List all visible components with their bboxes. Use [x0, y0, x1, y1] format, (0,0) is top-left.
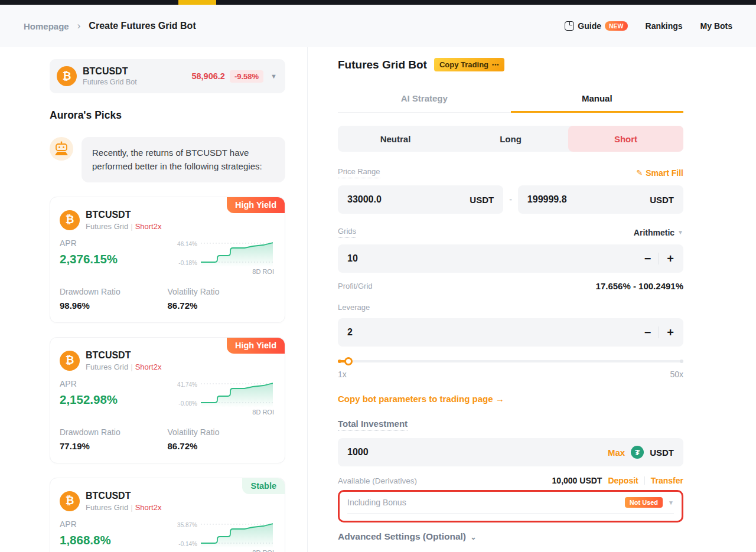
form-title: Futures Grid Bot	[338, 58, 427, 71]
page-header: Homepage › Create Futures Grid Bot Guide…	[0, 5, 756, 47]
card-badge: High Yield	[227, 197, 285, 213]
leverage-label: Leverage	[338, 303, 370, 312]
usdt-icon: ₮	[631, 446, 644, 459]
mode-short[interactable]: Short	[568, 126, 683, 152]
leverage-minus-button[interactable]: −	[644, 326, 651, 338]
nav-guide[interactable]: Guide NEW	[565, 21, 627, 31]
profit-grid-label: Profit/Grid	[338, 282, 373, 290]
card-subtitle: Futures Grid|Short2x	[86, 222, 161, 231]
volatility-label: Volatility Ratio	[168, 287, 276, 296]
apr-value: 2,376.15%	[60, 252, 170, 266]
advanced-settings-toggle[interactable]: Advanced Settings (Optional) ⌄	[338, 531, 683, 542]
leverage-value: 2	[347, 327, 353, 338]
left-panel: ₿ BTCUSDT Futures Grid Bot 58,906.2 -9.5…	[0, 47, 308, 552]
roi-sparkline: 35.87% -0.14% 8D ROI	[170, 521, 275, 552]
pair-symbol: BTCUSDT	[83, 66, 191, 77]
stepper-divider	[659, 326, 659, 338]
leverage-slider[interactable]	[338, 357, 683, 365]
strategy-card[interactable]: Stable ₿ BTCUSDT Futures Grid|Short2x AP…	[50, 478, 285, 552]
drawdown-value: 98.96%	[60, 301, 168, 311]
chevron-down-icon[interactable]: ▼	[271, 73, 277, 80]
available-row: Available (Derivatives) 10,000 USDT Depo…	[338, 476, 683, 485]
profit-grid-row: Profit/Grid 17.656% - 100.2491%	[338, 281, 683, 291]
drawdown-value: 77.19%	[60, 441, 168, 451]
tab-ai-strategy[interactable]: AI Strategy	[338, 87, 511, 112]
header-nav: Guide NEW Rankings My Bots	[565, 21, 732, 31]
slider-handle[interactable]	[344, 357, 353, 365]
mode-neutral[interactable]: Neutral	[338, 126, 453, 152]
copy-parameters-link[interactable]: Copy bot parameters to trading page →	[338, 394, 683, 404]
grids-minus-button[interactable]: −	[644, 253, 651, 264]
including-bonus-highlight-box: Including Bonus Not Used ▼	[338, 490, 683, 522]
sparkline-chart	[201, 521, 273, 548]
breadcrumb: Homepage › Create Futures Grid Bot	[24, 20, 196, 32]
price-low-value: 33000.0	[347, 194, 382, 205]
card-symbol: BTCUSDT	[86, 210, 161, 220]
strategy-card[interactable]: High Yield ₿ BTCUSDT Futures Grid|Short2…	[50, 337, 285, 463]
card-body: APR 2,152.98% 41.74% -0.08%	[60, 379, 275, 418]
deposit-link[interactable]: Deposit	[608, 476, 638, 485]
tab-manual[interactable]: Manual	[511, 87, 684, 112]
investment-unit: USDT	[650, 448, 674, 458]
breadcrumb-homepage[interactable]: Homepage	[24, 21, 69, 31]
direction-segmented-control: Neutral Long Short	[338, 126, 683, 152]
including-bonus-row[interactable]: Including Bonus Not Used ▼	[347, 497, 674, 514]
profit-grid-value: 17.656% - 100.2491%	[596, 281, 683, 291]
grids-plus-button[interactable]: +	[667, 253, 674, 264]
main-content: ₿ BTCUSDT Futures Grid Bot 58,906.2 -9.5…	[0, 47, 756, 552]
grids-input[interactable]: 10 − +	[338, 244, 683, 273]
caret-down-icon[interactable]: ▼	[668, 499, 674, 506]
sparkline-low-label: -0.18%	[170, 260, 197, 266]
max-button[interactable]: Max	[608, 448, 625, 458]
transfer-link[interactable]: Transfer	[651, 476, 683, 485]
available-right-cluster: 10,000 USDT Deposit Transfer	[552, 476, 683, 485]
sparkline-high-label: 46.14%	[170, 241, 197, 247]
price-high-input[interactable]: 199999.8 USDT	[518, 185, 683, 214]
nav-my-bots[interactable]: My Bots	[700, 21, 732, 31]
grid-mode-value: Arithmetic	[634, 228, 674, 237]
page-title: Create Futures Grid Bot	[89, 21, 195, 31]
card-metrics: Drawdown Ratio 98.96% Volatility Ratio 8…	[60, 287, 275, 311]
pair-info: BTCUSDT Futures Grid Bot	[83, 66, 191, 86]
slider-track[interactable]	[338, 360, 683, 362]
nav-rankings[interactable]: Rankings	[646, 21, 683, 31]
advanced-settings-label: Advanced Settings (Optional)	[338, 531, 466, 542]
mode-long[interactable]: Long	[453, 126, 568, 152]
aurora-message: Recently, the returns of BTCUSDT have pe…	[82, 137, 285, 182]
slider-start-dot	[338, 360, 341, 363]
divider: |	[128, 222, 135, 231]
leverage-plus-button[interactable]: +	[667, 326, 674, 338]
pair-selector[interactable]: ₿ BTCUSDT Futures Grid Bot 58,906.2 -9.5…	[50, 59, 285, 93]
sparkline-chart	[201, 380, 273, 407]
price-high-value: 199999.8	[527, 194, 567, 205]
drawdown-label: Drawdown Ratio	[60, 427, 168, 437]
card-subtitle: Futures Grid|Short2x	[86, 503, 161, 512]
price-range-inputs: 33000.0 USDT - 199999.8 USDT	[338, 185, 683, 214]
btc-icon: ₿	[60, 491, 80, 511]
strategy-card[interactable]: High Yield ₿ BTCUSDT Futures Grid|Short2…	[50, 197, 285, 323]
grid-mode-select[interactable]: Arithmetic ▼	[634, 228, 683, 237]
btc-icon: ₿	[60, 210, 80, 230]
range-separator: -	[509, 195, 512, 204]
roi-sparkline: 41.74% -0.08% 8D ROI	[170, 380, 275, 418]
leverage-max-label: 50x	[670, 370, 683, 379]
card-subtitle: Futures Grid|Short2x	[86, 362, 161, 371]
card-header: ₿ BTCUSDT Futures Grid|Short2x	[60, 491, 275, 512]
smart-fill-button[interactable]: ✎ Smart Fill	[636, 168, 683, 178]
btc-icon: ₿	[57, 66, 77, 86]
drawdown-label: Drawdown Ratio	[60, 287, 168, 296]
divider: |	[128, 362, 135, 371]
investment-right-cluster: Max ₮ USDT	[608, 446, 674, 459]
copy-trading-label: Copy Trading	[439, 60, 488, 69]
active-tab-indicator	[178, 0, 216, 5]
apr-label: APR	[60, 520, 170, 529]
leverage-min-label: 1x	[338, 370, 347, 379]
sparkline-caption: 8D ROI	[252, 549, 274, 552]
copy-trading-badge[interactable]: Copy Trading •••	[434, 58, 505, 71]
total-investment-input[interactable]: 1000 Max ₮ USDT	[338, 438, 683, 466]
pair-change-badge: -9.58%	[230, 70, 263, 83]
leverage-input[interactable]: 2 − +	[338, 318, 683, 347]
price-low-input[interactable]: 33000.0 USDT	[338, 185, 503, 214]
not-used-badge: Not Used	[625, 497, 663, 508]
card-type: Futures Grid	[86, 503, 128, 512]
